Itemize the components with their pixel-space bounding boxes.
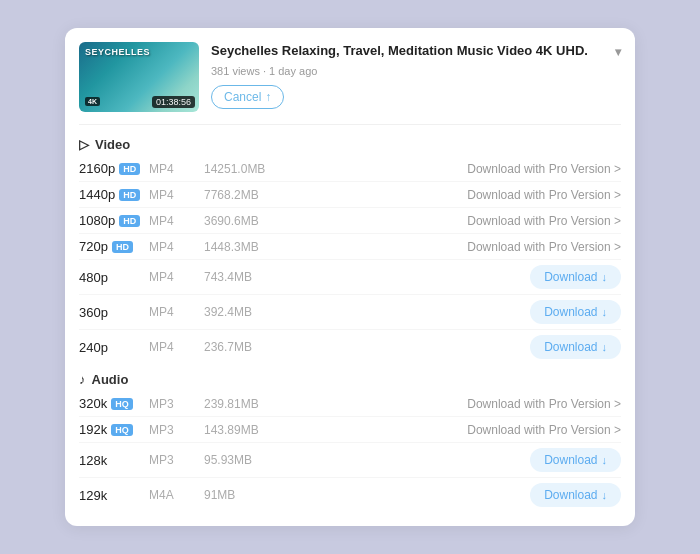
thumbnail-duration: 01:38:56 [152,96,195,108]
table-row: 2160p HD MP4 14251.0MB Download with Pro… [79,156,621,182]
download-arrow-icon: ↓ [602,341,608,353]
main-card: SEYCHELLES 4K 01:38:56 Seychelles Relaxi… [65,28,635,526]
hq-badge: HQ [111,398,133,410]
music-icon: ♪ [79,372,86,387]
video-title: Seychelles Relaxing, Travel, Meditation … [211,42,621,61]
type-cell: MP4 [149,162,204,176]
action-cell: Download ↓ [294,483,621,507]
download-button[interactable]: Download ↓ [530,483,621,507]
type-cell: MP4 [149,214,204,228]
video-header: SEYCHELLES 4K 01:38:56 Seychelles Relaxi… [79,42,621,125]
action-cell: Download with Pro Version > [294,214,621,228]
action-cell: Download ↓ [294,300,621,324]
download-button[interactable]: Download ↓ [530,335,621,359]
type-cell: MP4 [149,270,204,284]
action-cell: Download ↓ [294,265,621,289]
pro-version-link[interactable]: Download with Pro Version > [467,240,621,254]
table-row: 128k MP3 95.93MB Download ↓ [79,443,621,478]
upload-icon: ↑ [265,90,271,104]
type-cell: MP4 [149,240,204,254]
table-row: 320k HQ MP3 239.81MB Download with Pro V… [79,391,621,417]
download-button[interactable]: Download ↓ [530,448,621,472]
download-arrow-icon: ↓ [602,271,608,283]
pro-version-link[interactable]: Download with Pro Version > [467,162,621,176]
resolution-cell: 360p [79,305,149,320]
video-rows: 2160p HD MP4 14251.0MB Download with Pro… [79,156,621,364]
table-row: 720p HD MP4 1448.3MB Download with Pro V… [79,234,621,260]
resolution-cell: 720p HD [79,239,149,254]
resolution-cell: 320k HQ [79,396,149,411]
hq-badge: HQ [111,424,133,436]
size-cell: 143.89MB [204,423,294,437]
resolution-cell: 1440p HD [79,187,149,202]
resolution-cell: 192k HQ [79,422,149,437]
download-arrow-icon: ↓ [602,454,608,466]
action-cell: Download ↓ [294,448,621,472]
resolution-cell: 480p [79,270,149,285]
type-cell: MP3 [149,423,204,437]
download-label: Download [544,340,597,354]
pro-version-link[interactable]: Download with Pro Version > [467,188,621,202]
size-cell: 743.4MB [204,270,294,284]
table-row: 480p MP4 743.4MB Download ↓ [79,260,621,295]
size-cell: 3690.6MB [204,214,294,228]
download-label: Download [544,270,597,284]
size-cell: 14251.0MB [204,162,294,176]
resolution-cell: 240p [79,340,149,355]
pro-version-link[interactable]: Download with Pro Version > [467,423,621,437]
action-cell: Download ↓ [294,335,621,359]
action-cell: Download with Pro Version > [294,397,621,411]
download-button[interactable]: Download ↓ [530,265,621,289]
table-row: 129k M4A 91MB Download ↓ [79,478,621,512]
resolution-cell: 1080p HD [79,213,149,228]
download-button[interactable]: Download ↓ [530,300,621,324]
download-arrow-icon: ↓ [602,306,608,318]
table-row: 360p MP4 392.4MB Download ↓ [79,295,621,330]
size-cell: 1448.3MB [204,240,294,254]
table-row: 240p MP4 236.7MB Download ↓ [79,330,621,364]
type-cell: MP4 [149,305,204,319]
cancel-button[interactable]: Cancel ↑ [211,85,284,109]
size-cell: 236.7MB [204,340,294,354]
audio-section-label: Audio [92,372,129,387]
type-cell: MP3 [149,397,204,411]
type-cell: MP4 [149,188,204,202]
thumbnail-label: SEYCHELLES [85,48,150,58]
title-text: Seychelles Relaxing, Travel, Meditation … [211,42,611,60]
audio-rows: 320k HQ MP3 239.81MB Download with Pro V… [79,391,621,512]
type-cell: M4A [149,488,204,502]
hd-badge: HD [112,241,133,253]
thumbnail: SEYCHELLES 4K 01:38:56 [79,42,199,112]
action-cell: Download with Pro Version > [294,423,621,437]
size-cell: 7768.2MB [204,188,294,202]
resolution-cell: 128k [79,453,149,468]
video-meta: 381 views · 1 day ago [211,65,621,77]
hd-badge: HD [119,163,140,175]
type-cell: MP3 [149,453,204,467]
action-cell: Download with Pro Version > [294,162,621,176]
resolution-cell: 2160p HD [79,161,149,176]
cancel-label: Cancel [224,90,261,104]
audio-section-header: ♪ Audio [79,372,621,387]
size-cell: 91MB [204,488,294,502]
size-cell: 239.81MB [204,397,294,411]
hd-badge: HD [119,189,140,201]
table-row: 1440p HD MP4 7768.2MB Download with Pro … [79,182,621,208]
download-label: Download [544,488,597,502]
video-info: Seychelles Relaxing, Travel, Meditation … [211,42,621,112]
table-row: 192k HQ MP3 143.89MB Download with Pro V… [79,417,621,443]
resolution-cell: 129k [79,488,149,503]
pro-version-link[interactable]: Download with Pro Version > [467,214,621,228]
video-icon: ▷ [79,137,89,152]
download-label: Download [544,453,597,467]
size-cell: 95.93MB [204,453,294,467]
pro-version-link[interactable]: Download with Pro Version > [467,397,621,411]
action-cell: Download with Pro Version > [294,188,621,202]
type-cell: MP4 [149,340,204,354]
video-section-header: ▷ Video [79,137,621,152]
video-section-label: Video [95,137,130,152]
download-label: Download [544,305,597,319]
chevron-down-icon: ▾ [615,44,621,61]
table-row: 1080p HD MP4 3690.6MB Download with Pro … [79,208,621,234]
action-cell: Download with Pro Version > [294,240,621,254]
